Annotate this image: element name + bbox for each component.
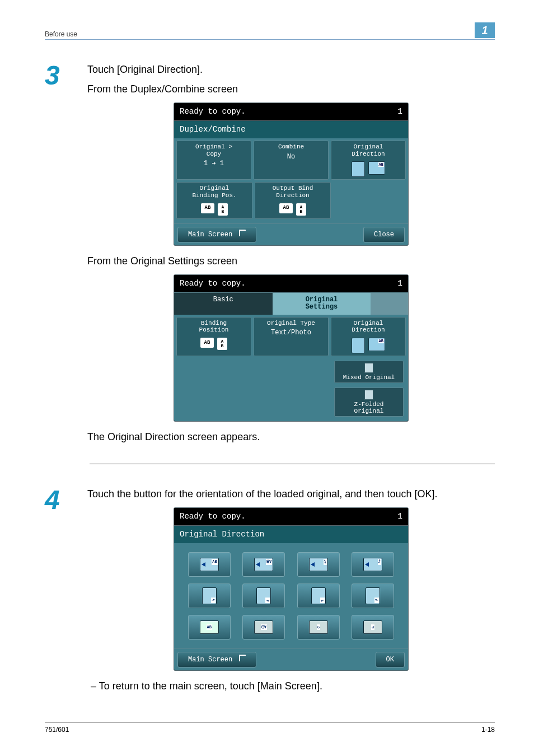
direction-option-11[interactable]: ↻ [297, 615, 340, 640]
direction-option-8[interactable]: ⬑ [352, 584, 394, 608]
step3-caption2: From the Original Settings screen [87, 254, 495, 269]
original-type-label: Original Type [267, 320, 315, 327]
combine-label: Combine [278, 143, 304, 151]
tab-original-settings[interactable]: Original Settings [273, 293, 371, 314]
direction-option-12[interactable]: ↺ [352, 615, 394, 640]
ab-stack-icon: AB [218, 203, 228, 216]
footer-model: 751/601 [45, 726, 69, 734]
chapter-number-badge: 1 [475, 22, 495, 38]
status-text: Ready to copy. [180, 278, 246, 290]
tab-basic[interactable]: Basic [174, 293, 273, 314]
output-bind-direction-cell[interactable]: Output Bind Direction AB AB [255, 182, 331, 219]
step3-instruction: Touch [Original Direction]. [87, 62, 495, 77]
empty-cell [333, 182, 406, 219]
step-number-3: 3 [45, 62, 78, 449]
tab-spacer [371, 293, 408, 314]
combine-cell[interactable]: Combine No [254, 141, 329, 180]
ab-icon: AB [200, 338, 214, 348]
ab-icon: AB [201, 203, 214, 213]
direction-landscape-icon [368, 161, 385, 175]
original-settings-screen: Ready to copy. 1 Basic Original Settings… [174, 274, 409, 422]
copy-counter: 1 [398, 278, 402, 290]
original-direction-cell[interactable]: Original Direction [331, 141, 406, 180]
step4-bullet: – To return to the main screen, touch [M… [91, 679, 495, 694]
binding-position-label: Original Binding Pos. [192, 185, 236, 199]
original-copy-cell[interactable]: Original > Copy 1 ➔ 1 [176, 141, 251, 180]
direction-option-2[interactable]: ᗺ∀ [242, 552, 285, 577]
direction-option-3[interactable]: ⤵ [297, 552, 340, 577]
zfolded-original-button[interactable]: Z-Folded Original [334, 388, 404, 417]
step3-result: The Original Direction screen appears. [87, 430, 495, 445]
document-icon [364, 363, 373, 373]
original-type-value: Text/Photo [271, 329, 311, 337]
ok-button[interactable]: OK [376, 652, 405, 668]
step3-caption1: From the Duplex/Combine screen [87, 82, 495, 97]
ab-icon: AB [279, 203, 293, 213]
direction-landscape-icon [368, 338, 385, 351]
direction-option-5[interactable]: ⬏ [188, 584, 231, 608]
return-icon [237, 230, 246, 240]
original-copy-value: 1 ➔ 1 [204, 160, 224, 168]
original-type-cell[interactable]: Original Type Text/Photo [254, 317, 329, 356]
status-text: Ready to copy. [180, 106, 246, 118]
direction-portrait-icon [352, 338, 365, 353]
direction-option-1[interactable]: AB [188, 552, 231, 577]
duplex-combine-screen: Ready to copy. 1 Duplex/Combine Original… [174, 102, 409, 246]
copy-counter: 1 [398, 511, 402, 522]
screen-title: Duplex/Combine [174, 120, 408, 138]
direction-option-4[interactable]: ⤴ [352, 552, 394, 577]
return-icon [237, 655, 246, 665]
status-text: Ready to copy. [180, 511, 246, 522]
section-title: Before use [45, 30, 77, 38]
output-bind-label: Output Bind Direction [273, 185, 313, 199]
original-direction-screen: Ready to copy. 1 Original Direction AB ᗺ… [174, 507, 409, 671]
original-direction-label: Original Direction [352, 143, 385, 157]
binding-position-cell[interactable]: Binding Position AB AB [176, 317, 251, 356]
direction-portrait-icon [352, 161, 365, 177]
ab-stack-icon: AB [217, 338, 227, 350]
direction-options-grid: AB ᗺ∀ ⤵ ⤴ ⬏ ⬎ ⬐ ⬑ AB ᗺ [176, 545, 406, 646]
main-screen-button[interactable]: Main Screen [177, 652, 256, 668]
close-button[interactable]: Close [363, 227, 405, 242]
main-screen-button[interactable]: Main Screen [177, 227, 256, 242]
combine-value: No [287, 153, 295, 161]
direction-option-10[interactable]: ᗺ∀ [242, 615, 285, 640]
binding-position-label: Binding Position [199, 320, 229, 334]
direction-option-7[interactable]: ⬐ [297, 584, 340, 608]
copy-counter: 1 [398, 106, 402, 118]
original-direction-label: Original Direction [352, 320, 385, 334]
original-copy-label: Original > Copy [195, 143, 232, 157]
step-divider [90, 464, 495, 464]
step4-instruction: Touch the button for the orientation of … [87, 487, 495, 502]
mixed-original-button[interactable]: Mixed Original [334, 361, 404, 383]
original-direction-cell[interactable]: Original Direction [331, 317, 406, 356]
document-icon [364, 390, 373, 400]
direction-option-6[interactable]: ⬎ [242, 584, 285, 608]
screen-title: Original Direction [174, 525, 408, 543]
direction-option-9[interactable]: AB [188, 615, 231, 640]
footer-page: 1-18 [481, 726, 495, 734]
ab-stack-icon: AB [296, 203, 306, 216]
binding-position-cell[interactable]: Original Binding Pos. AB AB [176, 182, 252, 219]
step-number-4: 4 [45, 487, 78, 698]
